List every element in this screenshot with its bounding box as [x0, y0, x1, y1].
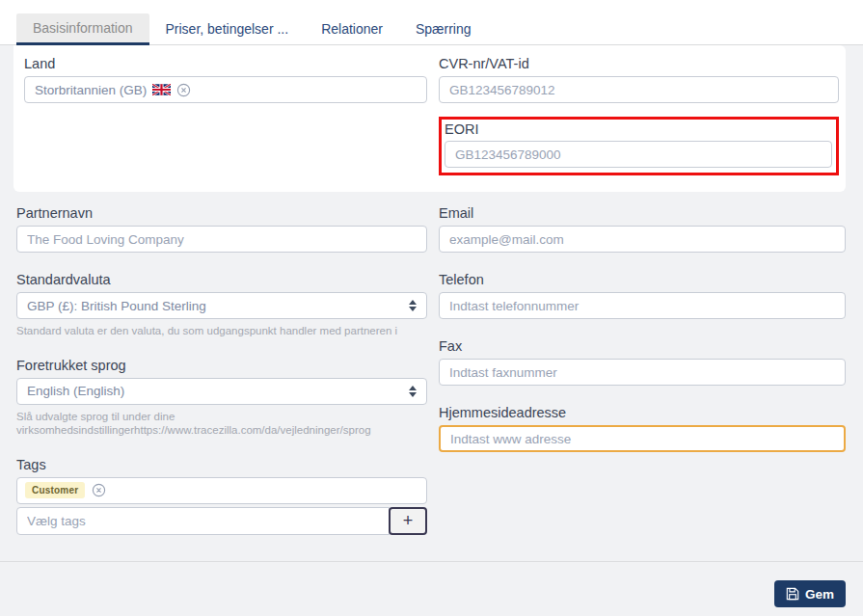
partnernavn-label: Partnernavn: [16, 204, 427, 223]
telefon-input[interactable]: [439, 292, 846, 319]
fax-input[interactable]: [439, 359, 846, 386]
circle-x-icon: [92, 483, 106, 497]
email-label: Email: [439, 204, 846, 223]
tab-content-basisinformation: Land Storbritannien (GB): [0, 45, 863, 616]
select-arrows-icon: [409, 300, 417, 311]
save-button-label: Gem: [805, 587, 834, 602]
plus-icon: +: [403, 512, 414, 529]
save-button[interactable]: Gem: [774, 580, 846, 607]
telefon-label: Telefon: [439, 271, 846, 289]
eori-input[interactable]: [445, 141, 832, 168]
sprog-help: Slå udvalgte sprog til under dine virkso…: [16, 410, 427, 438]
hjemmeside-label: Hjemmesideadresse: [439, 404, 846, 422]
sprog-value: English (English): [27, 384, 124, 398]
tab-priser-betingelser[interactable]: Priser, betingelser ...: [149, 13, 306, 45]
add-tag-button[interactable]: +: [389, 507, 427, 535]
cvr-field-group: CVR-nr/VAT-id: [439, 55, 839, 103]
sprog-field-group: Foretrukket sprog English (English) Slå …: [16, 357, 427, 438]
save-icon: [786, 587, 799, 601]
cvr-label: CVR-nr/VAT-id: [439, 55, 839, 73]
tag-customer: Customer: [25, 482, 85, 498]
cvr-input[interactable]: [439, 76, 839, 103]
form-footer: Gem: [0, 561, 863, 616]
identification-section: Land Storbritannien (GB): [13, 45, 846, 192]
eori-label: EORI: [445, 121, 832, 139]
tab-bar: Basisinformation Priser, betingelser ...…: [0, 0, 863, 45]
land-field-group: Land Storbritannien (GB): [24, 55, 427, 103]
email-field-group: Email: [439, 204, 846, 253]
fax-field-group: Fax: [439, 337, 846, 386]
land-select[interactable]: Storbritannien (GB): [24, 76, 427, 103]
selected-tags-box: Customer: [16, 477, 427, 504]
sprog-label: Foretrukket sprog: [16, 357, 427, 375]
sprog-select[interactable]: English (English): [16, 378, 427, 405]
email-input[interactable]: [439, 226, 846, 253]
hjemmeside-field-group: Hjemmesideadresse: [439, 404, 846, 452]
tab-basisinformation[interactable]: Basisinformation: [16, 13, 149, 45]
uk-flag-icon: [152, 84, 171, 95]
tags-field-group: Tags Customer +: [16, 456, 427, 535]
standardvaluta-help: Standard valuta er den valuta, du som ud…: [16, 324, 427, 338]
circle-x-icon: [176, 83, 191, 97]
eori-highlight-box: EORI: [439, 117, 839, 175]
select-arrows-icon: [409, 386, 417, 397]
standardvaluta-label: Standardvaluta: [16, 271, 427, 289]
tags-label: Tags: [16, 456, 427, 474]
partnernavn-input[interactable]: [16, 226, 427, 253]
tab-relationer[interactable]: Relationer: [305, 13, 399, 45]
land-label: Land: [24, 55, 427, 73]
partnernavn-field-group: Partnernavn: [16, 204, 427, 253]
telefon-field-group: Telefon: [439, 271, 846, 319]
clear-land-button[interactable]: [176, 83, 191, 97]
land-value: Storbritannien (GB): [35, 83, 147, 97]
tags-input[interactable]: [16, 507, 390, 535]
remove-tag-button[interactable]: [92, 483, 106, 497]
tab-spaerring[interactable]: Spærring: [399, 13, 488, 45]
standardvaluta-select[interactable]: GBP (£): British Pound Sterling: [16, 292, 427, 319]
fax-label: Fax: [439, 337, 846, 356]
hjemmeside-input[interactable]: [439, 425, 846, 452]
standardvaluta-value: GBP (£): British Pound Sterling: [27, 299, 206, 313]
standardvaluta-field-group: Standardvaluta GBP (£): British Pound St…: [16, 271, 427, 338]
